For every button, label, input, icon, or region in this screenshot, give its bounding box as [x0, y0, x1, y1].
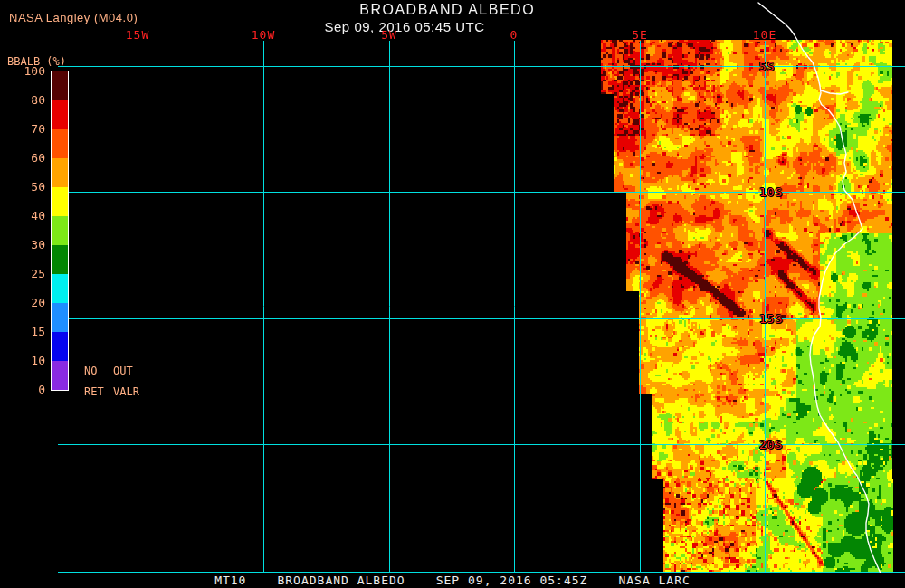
- lon-grid-label: 0: [510, 28, 519, 42]
- albedo-map-canvas: [0, 0, 905, 588]
- colorbar-tick-label: 20: [0, 296, 45, 309]
- page-title: BROADBAND ALBEDO: [359, 2, 535, 18]
- lat-grid-label: 15S: [759, 312, 783, 326]
- colorbar-tick-label: 70: [0, 122, 45, 136]
- lat-grid-label: 20S: [759, 438, 783, 451]
- lon-grid-label: 5E: [632, 28, 648, 42]
- colorbar: [51, 71, 69, 391]
- colorbar-segment: [52, 332, 68, 361]
- lon-grid-label: 15W: [126, 28, 149, 42]
- lon-grid-label: 5W: [381, 28, 397, 42]
- colorbar-tick-label: 60: [0, 151, 45, 165]
- colorbar-tick-label: 0: [0, 383, 45, 396]
- source-label: NASA Langley (M04.0): [9, 11, 138, 24]
- lat-grid-label: 5S: [759, 60, 776, 73]
- colorbar-segment: [52, 129, 68, 158]
- colorbar-segment: [52, 274, 68, 303]
- page-subtitle: Sep 09, 2016 05:45 UTC: [325, 19, 485, 34]
- colorbar-tick-label: 25: [0, 267, 45, 280]
- lon-grid-label: 10W: [252, 28, 275, 42]
- footer-bar: MT10 BROADBAND ALBEDO SEP 09, 2016 05:45…: [0, 573, 905, 588]
- colorbar-segment: [52, 71, 68, 100]
- colorbar-tick-label: 80: [0, 93, 45, 107]
- footer-agency: NASA LARC: [618, 574, 690, 587]
- footer-satellite: MT10: [214, 574, 246, 587]
- albedo-product-screen: NASA Langley (M04.0) BROADBAND ALBEDO Se…: [0, 0, 905, 588]
- no-retrieval-label-out: OUT: [113, 365, 133, 377]
- footer-datetime: SEP 09, 2016 05:45Z: [436, 574, 588, 587]
- colorbar-tick-label: 15: [0, 325, 45, 338]
- colorbar-segment: [52, 100, 68, 129]
- colorbar-tick-label: 10: [0, 354, 45, 367]
- colorbar-segment: [52, 245, 68, 274]
- colorbar-tick-label: 40: [0, 209, 45, 223]
- no-retrieval-label-no: NO: [84, 365, 97, 377]
- colorbar-segment: [52, 216, 68, 245]
- colorbar-segment: [52, 303, 68, 332]
- colorbar-segment: [52, 187, 68, 216]
- colorbar-tick-label: 100: [0, 64, 45, 78]
- no-retrieval-label-valr: VALR: [113, 385, 139, 398]
- footer-product: BROADBAND ALBEDO: [277, 574, 405, 587]
- no-retrieval-label-ret: RET: [84, 385, 104, 398]
- colorbar-tick-label: 30: [0, 238, 45, 251]
- colorbar-tick-label: 50: [0, 180, 45, 194]
- lon-grid-label: 10E: [753, 28, 776, 42]
- colorbar-segment: [52, 158, 68, 187]
- lat-grid-label: 10S: [759, 185, 783, 199]
- colorbar-segment: [52, 361, 68, 390]
